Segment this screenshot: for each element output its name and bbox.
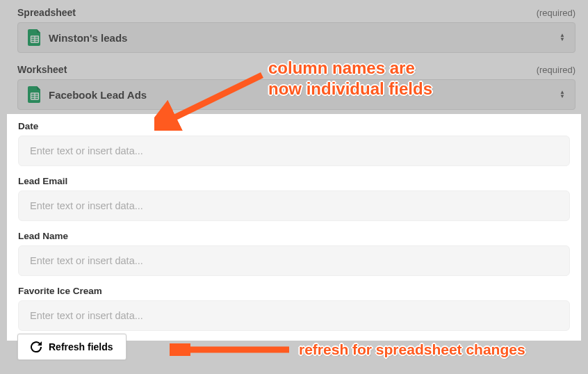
favorite-ice-cream-input[interactable]: [18, 300, 570, 331]
worksheet-value: Facebook Lead Ads: [49, 89, 560, 101]
date-input[interactable]: [18, 136, 570, 166]
favorite-ice-cream-label: Favorite Ice Cream: [18, 286, 570, 296]
worksheet-field: Worksheet (required) Facebook Lead Ads ▲…: [17, 64, 575, 110]
date-label: Date: [18, 121, 570, 131]
date-field-block: Date: [18, 121, 570, 166]
worksheet-label-row: Worksheet (required): [17, 64, 575, 75]
spreadsheet-value: Winston's leads: [49, 32, 560, 44]
worksheet-label: Worksheet: [17, 64, 67, 75]
refresh-row: Refresh fields: [17, 334, 126, 360]
lead-email-label: Lead Email: [18, 176, 570, 186]
up-down-icon: ▲▼: [560, 33, 565, 42]
up-down-icon: ▲▼: [560, 90, 565, 99]
spreadsheet-label: Spreadsheet: [17, 7, 76, 18]
google-sheets-icon: [28, 29, 42, 46]
spreadsheet-select[interactable]: Winston's leads ▲▼: [17, 22, 575, 53]
arrow-icon: [170, 343, 291, 356]
spreadsheet-required: (required): [537, 8, 575, 18]
spreadsheet-label-row: Spreadsheet (required): [17, 7, 575, 18]
refresh-icon: [31, 341, 42, 352]
lead-name-label: Lead Name: [18, 231, 570, 241]
favorite-ice-cream-field-block: Favorite Ice Cream: [18, 286, 570, 331]
spreadsheet-field: Spreadsheet (required) Winston's leads ▲…: [17, 7, 575, 53]
lead-name-input[interactable]: [18, 245, 570, 276]
annotation-bottom: refresh for spreadsheet changes: [299, 341, 525, 359]
lead-email-field-block: Lead Email: [18, 176, 570, 221]
refresh-fields-label: Refresh fields: [49, 341, 113, 352]
lead-email-input[interactable]: [18, 190, 570, 221]
fields-panel: Date Lead Email Lead Name Favorite Ice C…: [7, 114, 581, 341]
lead-name-field-block: Lead Name: [18, 231, 570, 276]
refresh-fields-button[interactable]: Refresh fields: [17, 334, 126, 360]
google-sheets-icon: [28, 86, 42, 103]
worksheet-select[interactable]: Facebook Lead Ads ▲▼: [17, 79, 575, 110]
worksheet-required: (required): [537, 65, 575, 75]
